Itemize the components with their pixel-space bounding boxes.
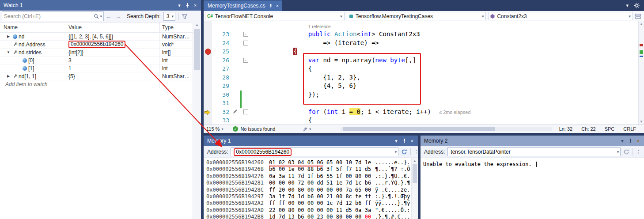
editor-vertical-scrollbar[interactable]: ▲ ▼ bbox=[638, 21, 644, 125]
watch-row[interactable]: ▼nd.strides{int[2]}int[] bbox=[0, 49, 201, 57]
breakpoint-gutter[interactable] bbox=[204, 30, 212, 39]
column-header-name[interactable]: Name bbox=[0, 23, 66, 32]
tab-list-chevron-icon[interactable]: ▾ bbox=[626, 3, 629, 8]
code-text[interactable]: {4, 5, 6} bbox=[249, 82, 639, 91]
outline-collapse-icon[interactable]: - bbox=[243, 110, 248, 114]
code-text[interactable]: { bbox=[249, 47, 639, 56]
breakpoint-gutter[interactable] bbox=[204, 64, 212, 73]
search-options-chevron-icon[interactable]: ▾ bbox=[100, 14, 102, 19]
search-forward-icon[interactable]: → bbox=[115, 12, 121, 21]
search-input[interactable] bbox=[2, 13, 94, 19]
memory2-content[interactable]: Unable to evaluate the expression. bbox=[420, 158, 644, 219]
watch-row[interactable]: nd.Address0x000002556b194260void* bbox=[0, 41, 201, 49]
tab-memorytestingcases[interactable]: MemoryTestingCases.cs × bbox=[204, 0, 282, 11]
outline-collapse-icon[interactable]: - bbox=[243, 41, 248, 45]
pin-icon[interactable] bbox=[269, 4, 273, 8]
scroll-down-icon[interactable]: ▼ bbox=[639, 119, 644, 125]
watch-add-row[interactable]: Add item to watch bbox=[0, 80, 201, 88]
gear-icon[interactable] bbox=[634, 3, 640, 8]
type-dropdown[interactable]: Tensorflow.MemoryTestingCases ▾ bbox=[347, 12, 486, 20]
codelens-references[interactable]: 1 reference bbox=[204, 21, 639, 30]
watch-value-cell[interactable]: 3 bbox=[66, 57, 160, 64]
memory-row[interactable]: 0x000002556B19428Cff 20 00 80 00 00 00 0… bbox=[206, 187, 418, 193]
breakpoint-icon[interactable] bbox=[205, 49, 211, 55]
refresh-icon[interactable] bbox=[401, 149, 407, 155]
breakpoint-gutter[interactable] bbox=[204, 47, 212, 56]
zoom-select[interactable]: 115 % ▾ bbox=[206, 126, 223, 132]
issues-status[interactable]: No issues found bbox=[240, 126, 275, 132]
scrollbar-thumb[interactable] bbox=[194, 29, 200, 70]
split-window-icon[interactable] bbox=[635, 14, 643, 19]
toolbar-overflow-icon[interactable]: ⋮ bbox=[414, 149, 418, 155]
horizontal-scrollbar[interactable] bbox=[341, 127, 552, 131]
watch-value-cell[interactable]: {5} bbox=[66, 72, 160, 80]
code-text[interactable]: }); bbox=[249, 91, 639, 99]
pin-icon[interactable] bbox=[400, 137, 408, 145]
search-back-icon[interactable]: ← bbox=[106, 12, 112, 21]
breakpoint-gutter[interactable] bbox=[204, 99, 212, 108]
window-position-chevron-icon[interactable]: ▾ bbox=[618, 137, 626, 145]
search-icon[interactable] bbox=[94, 14, 99, 19]
pin-icon[interactable] bbox=[183, 1, 191, 9]
memory-row[interactable]: 0x000002556B19428100 00 00 72 00 dd 51 1… bbox=[206, 180, 418, 186]
scrollbar-thumb[interactable] bbox=[413, 164, 417, 183]
breakpoint-gutter[interactable] bbox=[204, 39, 212, 48]
memory-row[interactable]: 0x000002556B1942760a 3a 11 7d 1f b6 55 1… bbox=[206, 173, 418, 180]
code-text[interactable] bbox=[249, 99, 639, 108]
watch-row[interactable]: [1]1int bbox=[0, 64, 201, 72]
project-dropdown[interactable]: C# TensorFlowNET.Console ▾ bbox=[205, 12, 345, 20]
watch-row[interactable]: ▶nd[1, 1]{5}NumShar… bbox=[0, 72, 201, 80]
code-text[interactable]: { bbox=[249, 64, 639, 73]
breakpoint-gutter[interactable] bbox=[204, 116, 212, 125]
column-header-type[interactable]: Type bbox=[160, 23, 193, 32]
filter-icon[interactable] bbox=[182, 14, 187, 19]
watch-row[interactable]: [0]3int bbox=[0, 57, 201, 64]
watch-value-cell[interactable]: {int[2]} bbox=[66, 49, 160, 56]
close-icon[interactable]: × bbox=[276, 3, 279, 8]
code-text[interactable]: { bbox=[249, 116, 639, 125]
code-cleanup-icon[interactable]: ▾ bbox=[303, 127, 311, 132]
pin-icon[interactable] bbox=[626, 137, 634, 145]
watch-row[interactable]: ▶nd{[[1, 2, 3], [4, 5, 6]]}NumShar… bbox=[0, 33, 201, 41]
expander-icon[interactable]: ▼ bbox=[5, 50, 11, 54]
memory-row[interactable]: 0x000002556B1942A2ff ff 00 00 00 00 1c 7… bbox=[206, 200, 418, 207]
status-line-ending[interactable]: CRLF bbox=[623, 126, 636, 132]
watch-value-cell[interactable]: 0x000002556b194260 bbox=[66, 41, 160, 48]
code-text[interactable]: var nd = np.array(new byte[,] bbox=[249, 56, 639, 65]
memory1-scrollbar[interactable]: ▲ bbox=[411, 158, 418, 219]
breakpoint-gutter[interactable] bbox=[204, 73, 212, 82]
breakpoint-gutter[interactable] bbox=[204, 108, 212, 117]
close-icon[interactable]: × bbox=[634, 137, 642, 145]
toolbar-overflow-icon[interactable]: ⋮ bbox=[636, 149, 641, 155]
watch-scrollbar[interactable]: ▲ bbox=[193, 22, 201, 219]
watch-titlebar[interactable]: Watch 1 ▾ × bbox=[0, 0, 201, 11]
refresh-icon[interactable] bbox=[623, 149, 629, 155]
watch-value-cell[interactable]: 1 bbox=[66, 64, 160, 72]
breakpoint-gutter[interactable] bbox=[204, 56, 212, 65]
member-dropdown[interactable]: Constant2x3 ▾ bbox=[488, 12, 633, 20]
scroll-up-icon[interactable]: ▲ bbox=[412, 158, 418, 164]
window-position-chevron-icon[interactable]: ▾ bbox=[175, 1, 183, 9]
search-depth-select[interactable]: 3 ▾ bbox=[163, 12, 175, 21]
address-combobox[interactable]: 0x000002556B194260 ▾ bbox=[231, 147, 398, 156]
status-spaces[interactable]: SPC bbox=[605, 126, 615, 132]
address-combobox[interactable]: tensor.TensorDataPointer ▾ bbox=[447, 147, 621, 156]
breakpoint-gutter[interactable] bbox=[204, 91, 212, 99]
outline-collapse-icon[interactable]: - bbox=[243, 58, 248, 63]
breakpoint-gutter[interactable] bbox=[204, 82, 212, 91]
memory2-titlebar[interactable]: Memory 2 ▾ × bbox=[420, 136, 644, 146]
scroll-up-icon[interactable]: ▲ bbox=[193, 22, 201, 28]
memory1-titlebar[interactable]: Memory 1 ▾ × bbox=[204, 136, 418, 146]
code-text[interactable]: => (iterate) => bbox=[249, 39, 639, 48]
watch-value-cell[interactable]: {[[1, 2, 3], [4, 5, 6]]} bbox=[66, 33, 160, 40]
column-header-value[interactable]: Value bbox=[66, 23, 160, 32]
scroll-up-icon[interactable]: ▲ bbox=[639, 21, 644, 27]
expander-icon[interactable]: ▶ bbox=[5, 74, 11, 78]
memory-row[interactable]: 0x000002556B19426001 02 03 04 05 06 65 0… bbox=[206, 159, 418, 166]
window-position-chevron-icon[interactable]: ▾ bbox=[392, 137, 400, 145]
scrollbar-thumb[interactable] bbox=[343, 127, 495, 131]
memory-row[interactable]: 0x000002556B1942973a 1f 7d 1d b6 00 21 0… bbox=[206, 193, 418, 200]
code-editor[interactable]: 1 reference23-public Action<int> Constan… bbox=[204, 21, 639, 125]
code-text[interactable]: public Action<int> Constant2x3 bbox=[249, 30, 639, 39]
memory1-content[interactable]: 0x000002556B19426001 02 03 04 05 06 65 0… bbox=[204, 158, 418, 219]
